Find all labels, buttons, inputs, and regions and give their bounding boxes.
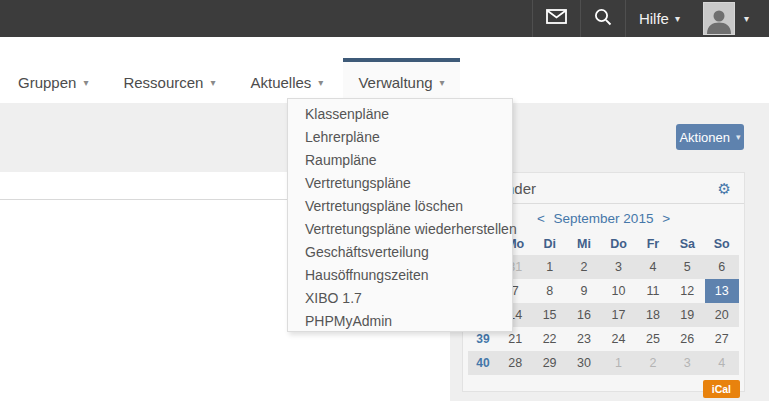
nav-item-label: Gruppen [18,74,76,91]
weekday-header: Mi [567,232,601,255]
menu-item[interactable]: PHPMyAdmin [288,310,512,333]
calendar-day[interactable]: 18 [636,303,670,327]
search-icon [594,8,612,30]
chevron-down-icon: ▾ [210,78,215,88]
calendar-day[interactable]: 17 [601,303,635,327]
menu-item[interactable]: XIBO 1.7 [288,287,512,310]
weekday-header: Di [532,232,566,255]
nav-item-label: Aktuelles [250,74,311,91]
help-label: Hilfe [639,10,669,27]
calendar-day[interactable]: 9 [567,279,601,303]
topbar: Hilfe ▾ ▾ [0,0,769,37]
weekday-header: Do [601,232,635,255]
calendar-day[interactable]: 15 [532,303,566,327]
menu-item[interactable]: Vertretungspläne wiederherstellen [288,218,512,241]
weekday-header: Fr [636,232,670,255]
calendar-day[interactable]: 11 [636,279,670,303]
nav-item-ressourcen[interactable]: Ressourcen▾ [108,58,230,103]
nav-item-label: Verwaltung [358,74,432,91]
mail-button[interactable] [532,0,580,37]
menu-item[interactable]: Lehrerpläne [288,126,512,149]
chevron-down-icon: ▾ [744,14,749,24]
menu-item[interactable]: Vertretungspläne [288,172,512,195]
chevron-down-icon: ▾ [736,133,741,142]
calendar-day-selected[interactable]: 13 [705,279,739,303]
menu-item[interactable]: Raumpläne [288,149,512,172]
chevron-down-icon: ▾ [318,78,323,88]
menu-item[interactable]: Vertretungspläne löschen [288,195,512,218]
next-month-button[interactable]: > [662,211,670,226]
week-number: 40 [468,351,498,375]
navbar-items: Gruppen▾Ressourcen▾Aktuelles▾Verwaltung▾ [3,58,465,103]
calendar-day[interactable]: 4 [636,255,670,279]
calendar-day[interactable]: 5 [670,255,704,279]
gear-icon[interactable]: ⚙ [718,181,731,196]
user-menu[interactable]: ▾ [693,0,759,37]
menu-item[interactable]: Klassenpläne [288,103,512,126]
calendar-day[interactable]: 3 [670,351,704,375]
calendar-day[interactable]: 29 [532,351,566,375]
calendar-day[interactable]: 16 [567,303,601,327]
chevron-down-icon: ▾ [83,78,88,88]
nav-item-aktuelles[interactable]: Aktuelles▾ [235,58,338,103]
calendar-day[interactable]: 1 [532,255,566,279]
verwaltung-dropdown-menu: KlassenpläneLehrerpläneRaumpläneVertretu… [287,98,513,332]
calendar-day[interactable]: 28 [498,351,532,375]
calendar-day[interactable]: 25 [636,327,670,351]
ical-button[interactable]: iCal [703,380,740,398]
nav-item-verwaltung[interactable]: Verwaltung▾ [343,58,459,103]
avatar [703,2,735,35]
actions-button[interactable]: Aktionen ▾ [676,124,744,150]
nav-item-gruppen[interactable]: Gruppen▾ [3,58,103,103]
calendar-day[interactable]: 12 [670,279,704,303]
menu-item[interactable]: Geschäftsverteilung [288,241,512,264]
page: Hilfe ▾ ▾ Gruppen▾Ressourcen▾Aktuelles▾V… [0,0,769,401]
mail-icon [546,9,567,28]
prev-month-button[interactable]: < [537,211,545,226]
calendar-day[interactable]: 26 [670,327,704,351]
search-button[interactable] [580,0,625,37]
calendar-day[interactable]: 27 [705,327,739,351]
actions-button-label: Aktionen [679,130,730,145]
main-navbar: Gruppen▾Ressourcen▾Aktuelles▾Verwaltung▾ [0,37,769,103]
calendar-day[interactable]: 4 [705,351,739,375]
weekday-header: So [705,232,739,255]
calendar-week-row: 402829301234 [468,351,739,375]
calendar-day[interactable]: 10 [601,279,635,303]
nav-item-label: Ressourcen [123,74,203,91]
month-label: September 2015 [554,211,654,226]
calendar-day[interactable]: 22 [532,327,566,351]
calendar-day[interactable]: 3 [601,255,635,279]
chevron-down-icon: ▾ [440,78,445,88]
calendar-day[interactable]: 6 [705,255,739,279]
chevron-down-icon: ▾ [675,14,680,24]
calendar-footer: iCal [463,375,744,398]
calendar-day[interactable]: 20 [705,303,739,327]
menu-item[interactable]: Hausöffnungszeiten [288,264,512,287]
calendar-day[interactable]: 2 [636,351,670,375]
weekday-header: Sa [670,232,704,255]
calendar-day[interactable]: 30 [567,351,601,375]
help-menu[interactable]: Hilfe ▾ [625,0,693,37]
calendar-day[interactable]: 23 [567,327,601,351]
calendar-day[interactable]: 2 [567,255,601,279]
calendar-day[interactable]: 19 [670,303,704,327]
calendar-day[interactable]: 24 [601,327,635,351]
calendar-day[interactable]: 1 [601,351,635,375]
calendar-day[interactable]: 8 [532,279,566,303]
